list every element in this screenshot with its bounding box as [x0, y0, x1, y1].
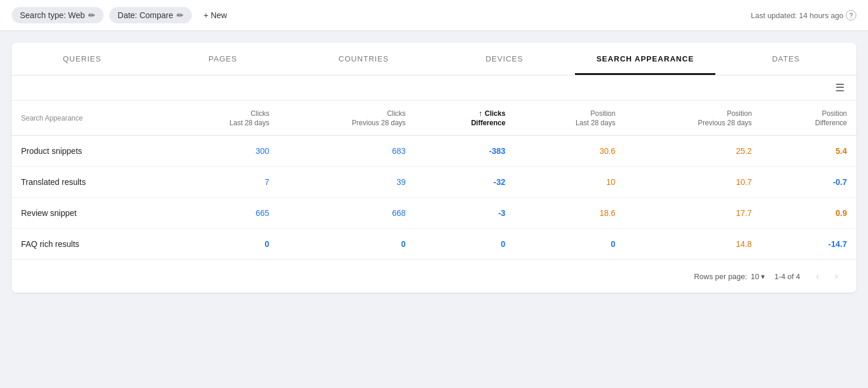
- sort-arrow-icon: ↑: [478, 109, 483, 118]
- row-value: 18.6: [515, 198, 625, 229]
- tabs-row: QUERIES PAGES COUNTRIES DEVICES SEARCH A…: [12, 43, 856, 75]
- tab-queries[interactable]: QUERIES: [12, 43, 153, 75]
- last-updated-text: Last updated: 14 hours ago: [751, 11, 843, 20]
- row-value: -14.7: [761, 229, 856, 260]
- data-table: Search Appearance Clicks Last 28 days Cl…: [12, 101, 856, 259]
- row-value: 668: [278, 198, 415, 229]
- tab-pages[interactable]: PAGES: [153, 43, 294, 75]
- th-clicks-diff[interactable]: ↑Clicks Difference: [415, 101, 515, 136]
- row-value: 0.9: [761, 198, 856, 229]
- next-page-button[interactable]: ›: [828, 268, 845, 284]
- row-label: Product snippets: [12, 136, 168, 167]
- tab-devices[interactable]: DEVICES: [434, 43, 575, 75]
- rows-per-page: Rows per page: 10 ▾: [694, 272, 765, 281]
- page-navigation: ‹ ›: [810, 268, 845, 284]
- table-footer: Rows per page: 10 ▾ 1-4 of 4 ‹ ›: [12, 259, 856, 293]
- row-value: -32: [415, 167, 515, 198]
- row-value: 5.4: [761, 136, 856, 167]
- row-value: 39: [278, 167, 415, 198]
- row-value: 14.8: [625, 229, 761, 260]
- table-row: Product snippets300683-38330.625.25.4: [12, 136, 856, 167]
- table-row: FAQ rich results000014.8-14.7: [12, 229, 856, 260]
- filter-row: ☰: [12, 75, 856, 101]
- row-value: 30.6: [515, 136, 625, 167]
- rows-per-page-select[interactable]: 10 ▾: [750, 272, 764, 281]
- chevron-down-icon: ▾: [761, 272, 765, 281]
- row-value: 10.7: [625, 167, 761, 198]
- row-value: -383: [415, 136, 515, 167]
- date-compare-edit-icon: ✏: [177, 11, 184, 20]
- row-label: Review snippet: [12, 198, 168, 229]
- row-value: -0.7: [761, 167, 856, 198]
- tab-search-appearance[interactable]: SEARCH APPEARANCE: [575, 43, 716, 75]
- plus-icon: +: [204, 11, 208, 20]
- tab-dates[interactable]: DATES: [715, 43, 856, 75]
- new-label: New: [211, 11, 227, 20]
- date-compare-chip[interactable]: Date: Compare ✏: [109, 7, 192, 23]
- row-value: 17.7: [625, 198, 761, 229]
- row-value: 665: [168, 198, 278, 229]
- row-value: 0: [278, 229, 415, 260]
- filter-icon[interactable]: ☰: [835, 81, 845, 94]
- prev-page-button[interactable]: ‹: [810, 268, 826, 284]
- row-value: 683: [278, 136, 415, 167]
- th-position-prev28[interactable]: Position Previous 28 days: [625, 101, 761, 136]
- row-label: Translated results: [12, 167, 168, 198]
- th-clicks-prev28[interactable]: Clicks Previous 28 days: [278, 101, 415, 136]
- row-value: 0: [515, 229, 625, 260]
- row-value: 0: [168, 229, 278, 260]
- help-icon[interactable]: ?: [846, 10, 856, 20]
- main-card: QUERIES PAGES COUNTRIES DEVICES SEARCH A…: [12, 43, 856, 293]
- th-position-last28[interactable]: Position Last 28 days: [515, 101, 625, 136]
- table-header-row: Search Appearance Clicks Last 28 days Cl…: [12, 101, 856, 136]
- row-value: 7: [168, 167, 278, 198]
- new-button[interactable]: + New: [198, 7, 233, 23]
- rows-per-page-value: 10: [750, 272, 759, 281]
- toolbar: Search type: Web ✏ Date: Compare ✏ + New…: [0, 0, 868, 31]
- row-value: 10: [515, 167, 625, 198]
- row-value: 0: [415, 229, 515, 260]
- date-compare-label: Date: Compare: [118, 11, 173, 20]
- tab-countries[interactable]: COUNTRIES: [293, 43, 434, 75]
- row-label: FAQ rich results: [12, 229, 168, 260]
- search-type-label: Search type: Web: [20, 11, 85, 20]
- th-clicks-last28[interactable]: Clicks Last 28 days: [168, 101, 278, 136]
- row-value: 25.2: [625, 136, 761, 167]
- rows-per-page-label: Rows per page:: [694, 272, 747, 281]
- search-type-chip[interactable]: Search type: Web ✏: [12, 7, 104, 23]
- search-type-edit-icon: ✏: [88, 11, 95, 20]
- row-value: 300: [168, 136, 278, 167]
- last-updated: Last updated: 14 hours ago ?: [751, 10, 856, 20]
- th-position-diff[interactable]: Position Difference: [761, 101, 856, 136]
- th-search-appearance: Search Appearance: [12, 101, 168, 136]
- table-row: Review snippet665668-318.617.70.9: [12, 198, 856, 229]
- table-row: Translated results739-321010.7-0.7: [12, 167, 856, 198]
- row-value: -3: [415, 198, 515, 229]
- page-info: 1-4 of 4: [774, 272, 800, 281]
